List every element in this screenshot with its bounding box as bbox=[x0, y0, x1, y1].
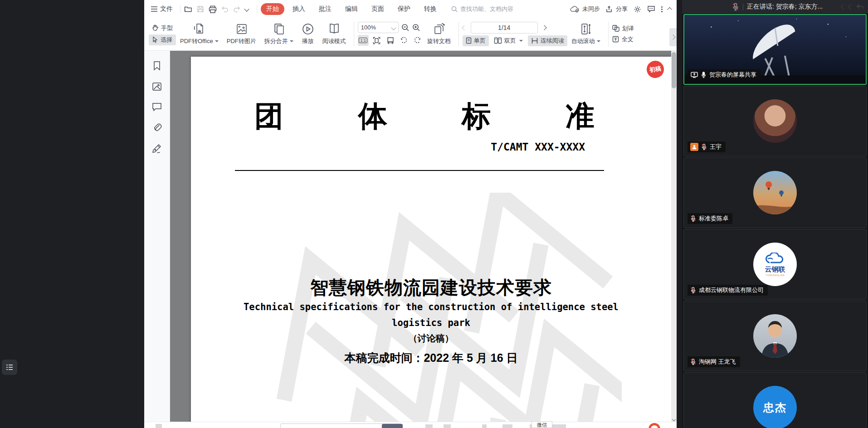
tab-home[interactable]: 开始 bbox=[261, 3, 284, 15]
participant-name-chip: 王宇 bbox=[688, 141, 726, 152]
continuous-read-button[interactable]: 连续阅读 bbox=[528, 35, 567, 46]
hamburger-icon bbox=[151, 6, 158, 12]
participant-avatar bbox=[753, 314, 797, 358]
participant-tile-screenshare[interactable]: 贺宗春的屏幕共享 bbox=[683, 14, 867, 85]
statusbar-button-stub[interactable] bbox=[382, 424, 403, 428]
participant-tile[interactable]: 忠杰 北方恒达物流园 韩思杰 bbox=[683, 372, 867, 428]
statusbar-stub-icon bbox=[502, 424, 512, 428]
share-label[interactable]: 分享 bbox=[616, 5, 628, 13]
attachment-icon[interactable] bbox=[152, 122, 162, 132]
open-book-icon bbox=[327, 23, 341, 35]
toolbar-expander[interactable] bbox=[669, 28, 677, 46]
zoom-in-icon[interactable] bbox=[412, 24, 420, 32]
tab-comment[interactable]: 批注 bbox=[313, 3, 337, 15]
bookmark-icon[interactable] bbox=[152, 61, 161, 71]
standard-code: T/CAMT XXX-XXXX bbox=[191, 141, 671, 153]
rotate-document-icon bbox=[432, 23, 446, 35]
heading-char: 团 bbox=[254, 97, 283, 136]
dropdown-caret bbox=[215, 40, 219, 42]
feedback-bubble-icon[interactable] bbox=[647, 5, 655, 13]
participant-tile[interactable]: 云钢联 YUNGANGLIAN 成都云钢联物流有限公司 bbox=[683, 229, 867, 300]
sync-status-label[interactable]: 未同步 bbox=[582, 5, 600, 13]
tab-protect[interactable]: 保护 bbox=[392, 3, 416, 15]
layout-controls[interactable] bbox=[842, 4, 864, 10]
play-button[interactable]: 播放 bbox=[297, 19, 318, 49]
tab-page[interactable]: 页面 bbox=[366, 3, 390, 15]
company-logo-subtext: YUNGANGLIAN bbox=[766, 274, 785, 277]
participant-avatar bbox=[753, 99, 797, 143]
rotate-document-label: 旋转文档 bbox=[427, 37, 451, 45]
pdf-reader-window: 文件 开始 插入 批注 编辑 页面 保护 转换 bbox=[144, 0, 677, 428]
rotate-document-button[interactable]: 旋转文档 bbox=[423, 19, 455, 49]
translate-word-button[interactable]: 划译 bbox=[612, 24, 634, 33]
search-placeholder: 查找功能、文档内容 bbox=[460, 5, 513, 13]
share-icon[interactable] bbox=[606, 5, 614, 13]
cloud-unsynced-icon[interactable] bbox=[570, 5, 580, 13]
select-tool-button[interactable]: 选择 bbox=[149, 34, 176, 45]
participant-tile[interactable]: 标准委陈卓 bbox=[683, 157, 867, 228]
auto-scroll-button[interactable]: 自动滚动 bbox=[567, 19, 605, 49]
heading-char: 准 bbox=[566, 97, 595, 136]
rotate-left-icon[interactable] bbox=[399, 35, 410, 46]
page-indicator[interactable]: 1/14 bbox=[471, 22, 538, 34]
dropdown-caret bbox=[519, 40, 523, 42]
read-mode-button[interactable]: 阅读模式 bbox=[318, 19, 350, 49]
collapse-ribbon-icon[interactable] bbox=[667, 7, 672, 12]
document-title: 智慧钢铁物流园建设技术要求 bbox=[191, 275, 671, 300]
read-mode-label: 阅读模式 bbox=[322, 37, 346, 45]
actual-size-button[interactable]: 1:1 bbox=[358, 35, 369, 46]
participant-tile[interactable]: 淘钢网 王龙飞 bbox=[683, 301, 867, 371]
draft-badge: 初稿 bbox=[646, 60, 665, 79]
participant-name: 成都云钢联物流有限公司 bbox=[699, 286, 764, 294]
outline-panel-button[interactable] bbox=[2, 360, 17, 375]
speaking-status-label: 正在讲话: 贺宗春; 京东方... bbox=[747, 3, 823, 11]
double-page-button[interactable]: 双页 bbox=[491, 35, 526, 46]
fit-width-icon bbox=[386, 37, 395, 44]
print-icon[interactable] bbox=[209, 5, 217, 13]
document-canvas[interactable]: 团 体 标 准 T/CAMT XXX-XXXX 智慧钢铁物流园建设技术要求 Te… bbox=[170, 51, 677, 428]
pdf-to-image-button[interactable]: PDF转图片 bbox=[223, 19, 260, 49]
tab-convert[interactable]: 转换 bbox=[419, 3, 442, 15]
undo-icon[interactable] bbox=[221, 6, 229, 12]
mic-muted-icon bbox=[701, 143, 707, 151]
signature-icon[interactable] bbox=[152, 144, 162, 154]
settings-gear-icon[interactable] bbox=[634, 5, 641, 13]
participant-name-chip: 标准委陈卓 bbox=[688, 213, 732, 224]
open-file-icon[interactable] bbox=[184, 5, 192, 13]
mic-muted-icon[interactable] bbox=[732, 3, 739, 11]
completion-date-line: 本稿完成时间：2022 年 5 月 16 日 bbox=[191, 350, 671, 365]
comment-panel-icon[interactable] bbox=[152, 102, 162, 111]
page-indicator-value: 1/14 bbox=[498, 24, 510, 31]
fit-width-button[interactable] bbox=[385, 35, 396, 46]
quick-access-caret[interactable] bbox=[244, 6, 249, 11]
next-page-button[interactable] bbox=[541, 25, 546, 30]
tab-insert[interactable]: 插入 bbox=[287, 3, 311, 15]
participant-tile[interactable]: 王宇 bbox=[683, 86, 867, 156]
search-input[interactable]: 查找功能、文档内容 bbox=[451, 5, 537, 13]
statusbar-stub-icon bbox=[482, 424, 487, 428]
main-menu-button[interactable]: 文件 bbox=[151, 5, 173, 13]
zoom-out-icon[interactable] bbox=[401, 24, 410, 32]
rotate-right-icon[interactable] bbox=[412, 35, 423, 46]
prev-page-button[interactable] bbox=[462, 25, 467, 30]
split-merge-button[interactable]: 拆分合并 bbox=[260, 19, 297, 49]
translate-word-label: 划译 bbox=[622, 24, 634, 33]
zoom-level-select[interactable]: 100% bbox=[358, 22, 399, 33]
save-icon[interactable] bbox=[197, 5, 204, 13]
draft-note: （讨论稿） bbox=[191, 332, 671, 345]
image-panel-icon[interactable] bbox=[152, 82, 162, 91]
chevron-left-icon bbox=[848, 4, 853, 9]
fit-page-button[interactable] bbox=[371, 35, 382, 46]
pdf-to-office-button[interactable]: PDF转Office bbox=[176, 19, 223, 49]
scrollbar-thumb[interactable] bbox=[672, 52, 676, 88]
redo-icon[interactable] bbox=[233, 6, 240, 12]
tab-edit[interactable]: 编辑 bbox=[340, 3, 363, 15]
hand-tool-button[interactable]: 手型 bbox=[149, 23, 176, 34]
translate-full-button[interactable]: 全文 bbox=[612, 35, 634, 44]
more-options-icon[interactable] bbox=[661, 6, 663, 12]
single-page-button[interactable]: 单页 bbox=[463, 35, 489, 46]
mic-on-icon bbox=[701, 71, 707, 78]
vertical-scrollbar[interactable] bbox=[671, 51, 677, 428]
actual-size-label: 1:1 bbox=[359, 38, 367, 43]
single-page-label: 单页 bbox=[474, 37, 486, 45]
